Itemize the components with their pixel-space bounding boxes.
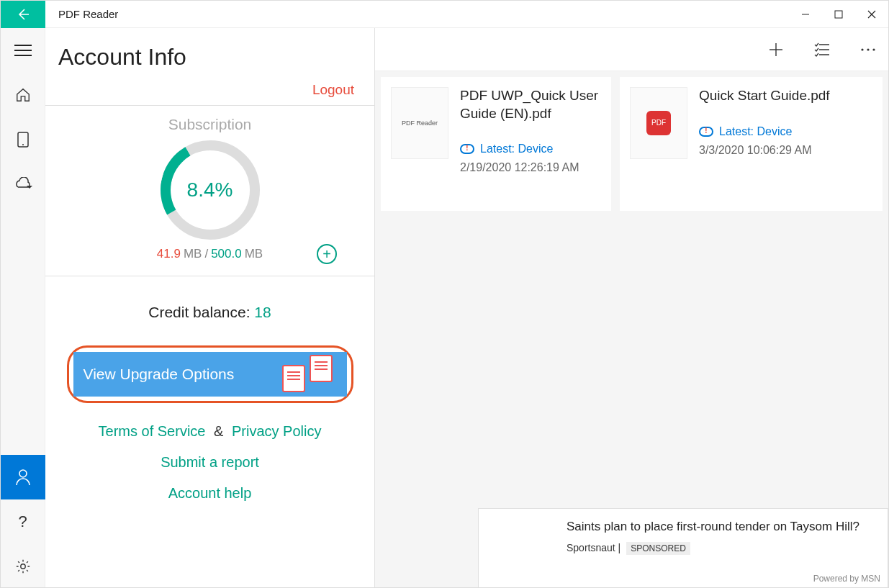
page-title: Account Info <box>58 44 361 71</box>
doc-date: 3/3/2020 10:06:29 AM <box>699 144 872 157</box>
svg-point-11 <box>861 48 863 50</box>
help-icon[interactable]: ? <box>1 499 45 544</box>
app-title: PDF Reader <box>58 8 118 20</box>
hamburger-icon[interactable] <box>1 28 45 73</box>
usage-gauge: 8.4% <box>161 140 260 240</box>
home-icon[interactable] <box>1 73 45 117</box>
subscription-section: Subscription 8.4% 41.9 MB / 500.0 MB + <box>45 105 374 276</box>
submit-report-link[interactable]: Submit a report <box>161 454 259 470</box>
doc-sync-status: Latest: Device <box>460 143 601 155</box>
cloud-alert-icon <box>460 144 474 154</box>
usage-percent: 8.4% <box>187 178 233 202</box>
add-icon[interactable] <box>766 40 786 60</box>
content-toolbar <box>375 28 888 71</box>
minimize-button[interactable] <box>789 1 822 28</box>
svg-point-13 <box>872 48 875 50</box>
upgrade-highlight: View Upgrade Options <box>67 345 353 403</box>
credit-balance: Credit balance: 18 <box>45 304 374 321</box>
account-panel: Account Info Logout Subscription 8.4% 41… <box>45 28 375 588</box>
svg-point-12 <box>867 48 869 50</box>
cloud-alert-icon <box>699 127 713 137</box>
title-bar: PDF Reader <box>1 1 888 28</box>
ad-source: Sportsnaut <box>567 542 615 553</box>
thumbnail: PDF <box>630 87 687 159</box>
document-card[interactable]: PDF Quick Start Guide.pdf Latest: Device… <box>620 77 883 211</box>
account-icon[interactable] <box>1 455 45 499</box>
device-icon[interactable] <box>1 117 45 162</box>
more-icon[interactable] <box>858 40 878 60</box>
svg-point-6 <box>22 144 24 145</box>
back-button[interactable] <box>1 1 45 28</box>
svg-point-7 <box>19 470 27 477</box>
storage-text: 41.9 MB / 500.0 MB + <box>45 247 374 261</box>
window-controls <box>789 1 888 28</box>
close-button[interactable] <box>855 1 888 28</box>
doc-sync-status: Latest: Device <box>699 125 872 138</box>
ad-powered: Powered by MSN <box>813 574 880 584</box>
upgrade-button[interactable]: View Upgrade Options <box>73 352 347 397</box>
side-rail: ? <box>1 28 45 588</box>
settings-icon[interactable] <box>1 544 45 588</box>
ad-banner[interactable]: Saints plan to place first-round tender … <box>478 508 888 588</box>
cloud-download-icon[interactable] <box>1 162 45 207</box>
svg-point-8 <box>20 564 24 569</box>
doc-title: PDF UWP_Quick User Guide (EN).pdf <box>460 87 601 122</box>
ad-sponsored-badge: SPONSORED <box>626 542 690 555</box>
tos-link[interactable]: Terms of Service <box>99 423 206 439</box>
subscription-label: Subscription <box>45 116 374 133</box>
thumbnail: PDF Reader <box>391 87 448 159</box>
select-list-icon[interactable] <box>812 40 832 60</box>
logout-link[interactable]: Logout <box>312 82 354 97</box>
privacy-link[interactable]: Privacy Policy <box>232 423 321 439</box>
account-help-link[interactable]: Account help <box>168 485 252 501</box>
doc-title: Quick Start Guide.pdf <box>699 87 872 105</box>
document-card[interactable]: PDF Reader PDF UWP_Quick User Guide (EN)… <box>381 77 611 211</box>
content-area: PDF Reader PDF UWP_Quick User Guide (EN)… <box>375 28 888 588</box>
add-storage-button[interactable]: + <box>317 244 337 264</box>
upgrade-docs-icon <box>282 361 333 388</box>
ad-headline: Saints plan to place first-round tender … <box>567 517 877 536</box>
maximize-button[interactable] <box>822 1 855 28</box>
svg-rect-1 <box>835 11 842 18</box>
doc-date: 2/19/2020 12:26:19 AM <box>460 161 601 174</box>
